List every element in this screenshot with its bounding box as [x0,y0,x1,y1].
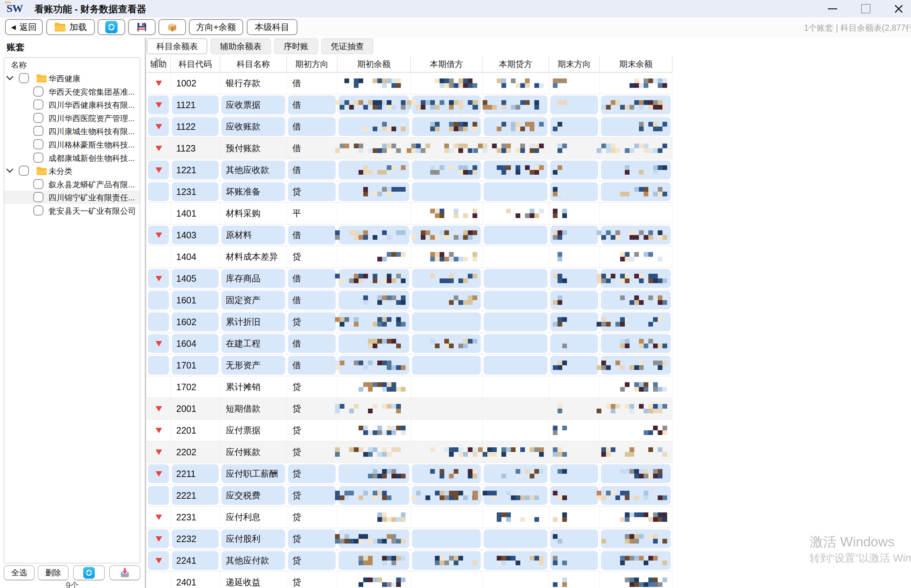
column-header-辅助[interactable]: 辅助 [147,56,171,72]
load-button[interactable]: 加载 [46,19,95,35]
aux-filter-triangle-icon[interactable] [155,406,162,412]
aux-cell[interactable] [147,225,171,246]
aux-filter-triangle-icon[interactable] [155,428,162,433]
table-row-2401[interactable]: 2401递延收益贷 [147,572,673,588]
panel-refresh-button[interactable] [73,565,105,580]
tree-item[interactable]: 四川锦宁矿业有限责任... [4,191,140,204]
item-checkbox[interactable] [33,179,44,189]
aux-cell[interactable] [147,160,171,181]
tree-item[interactable]: 华西天使宾馆集团基准... [4,85,140,99]
table-row-1002[interactable]: 1002银行存款借 [147,73,673,94]
table-row-2001[interactable]: 2001短期借款贷 [147,398,673,420]
aux-filter-triangle-icon[interactable] [155,146,162,151]
aux-cell[interactable] [147,420,171,441]
column-header-期末方向[interactable]: 期末方向 [549,56,600,72]
table-row-1231[interactable]: 1231坏账准备贷 [147,181,673,203]
expand-chevron-icon[interactable] [7,168,12,172]
item-checkbox[interactable] [33,192,44,202]
item-checkbox[interactable] [33,113,44,123]
aux-filter-triangle-icon[interactable] [155,471,162,477]
table-row-2201[interactable]: 2201应付票据贷 [147,420,673,441]
tree-group-华西健康[interactable]: 华西健康 [4,72,140,85]
aux-cell[interactable] [147,528,171,549]
item-checkbox[interactable] [33,86,44,97]
table-row-1221[interactable]: 1221其他应收款借 [147,160,673,181]
aux-cell[interactable] [147,398,171,419]
aux-cell[interactable] [147,203,171,224]
aux-cell[interactable] [147,463,171,484]
table-row-1405[interactable]: 1405库存商品借 [147,268,673,290]
current-level-subject-button[interactable]: 本级科目 [247,19,298,35]
aux-filter-triangle-icon[interactable] [155,276,162,281]
expand-chevron-icon[interactable] [7,76,12,79]
aux-filter-triangle-icon[interactable] [155,536,162,542]
close-button[interactable] [889,0,908,17]
aux-cell[interactable] [147,311,171,332]
item-checkbox[interactable] [33,99,44,110]
aux-cell[interactable] [147,572,171,588]
aux-filter-triangle-icon[interactable] [155,81,162,86]
aux-cell[interactable] [147,268,171,289]
item-checkbox[interactable] [33,139,44,149]
aux-cell[interactable] [147,485,171,506]
minimize-button[interactable] [824,0,841,17]
table-row-1401[interactable]: 1401材料采购平 [147,203,673,225]
group-checkbox[interactable] [19,166,29,176]
table-row-1122[interactable]: 1122应收账款借 [147,116,673,138]
aux-filter-triangle-icon[interactable] [155,515,162,520]
tree-item[interactable]: 叙永县龙蟒矿产品有限... [4,178,140,191]
aux-filter-triangle-icon[interactable] [155,124,162,129]
tab-辅助余额表[interactable]: 辅助余额表 [210,38,271,54]
table-row-1403[interactable]: 1403原材料借 [147,225,673,246]
table-row-2232[interactable]: 2232应付股利贷 [147,528,673,550]
aux-cell[interactable] [147,507,171,528]
column-header-期初方向[interactable]: 期初方向 [287,56,338,72]
aux-cell[interactable] [147,441,171,462]
item-checkbox[interactable] [33,153,44,163]
item-checkbox[interactable] [33,205,44,215]
package-button[interactable] [159,19,186,35]
tab-序时账[interactable]: 序时账 [274,38,318,54]
column-header-本期借方[interactable]: 本期借方 [411,56,483,72]
direction-balance-button[interactable]: 方向+余额 [189,19,243,35]
column-header-科目名称[interactable]: 科目名称 [220,56,287,72]
aux-filter-triangle-icon[interactable] [155,558,162,564]
table-row-2241[interactable]: 2241其他应付款贷 [147,550,673,572]
item-checkbox[interactable] [33,126,44,136]
tree-item[interactable]: 四川格林豪斯生物科技... [4,138,140,151]
aux-filter-triangle-icon[interactable] [155,341,162,346]
table-row-1404[interactable]: 1404材料成本差异贷 [147,246,673,268]
aux-cell[interactable] [147,333,171,354]
tab-科目余额表[interactable]: 科目余额表 [147,38,207,54]
maximize-button[interactable] [858,0,874,17]
refresh-button[interactable] [98,19,125,35]
table-row-2211[interactable]: 2211应付职工薪酬贷 [147,463,673,485]
tree-item[interactable]: 四川华西医院资产管理... [4,111,140,125]
save-button[interactable] [128,19,155,35]
aux-cell[interactable] [147,116,171,137]
column-header-期末余额[interactable]: 期末余额 [600,56,673,72]
panel-splitter[interactable] [145,37,146,588]
table-row-2202[interactable]: 2202应付账款贷 [147,441,673,463]
select-all-button[interactable]: 全选 [3,565,35,580]
aux-cell[interactable] [147,290,171,311]
aux-cell[interactable] [147,550,171,571]
aux-filter-triangle-icon[interactable] [155,449,162,455]
table-row-2221[interactable]: 2221应交税费贷 [147,485,673,507]
table-row-1702[interactable]: 1702累计摊销贷 [147,376,673,398]
column-header-本期贷方[interactable]: 本期贷方 [483,56,549,72]
table-row-1123[interactable]: 1123预付账款借 [147,138,673,160]
tree-item[interactable]: 瓮安县天一矿业有限公司 [4,204,140,217]
table-row-2231[interactable]: 2231应付利息贷 [147,507,673,528]
tree-item[interactable]: 四川康城生物科技有限... [4,124,140,138]
aux-cell[interactable] [147,246,171,267]
delete-button[interactable]: 删除 [38,565,69,580]
tab-凭证抽查[interactable]: 凭证抽查 [321,38,373,54]
aux-cell[interactable] [147,376,171,397]
aux-filter-triangle-icon[interactable] [155,233,162,238]
table-row-1121[interactable]: 1121应收票据借 [147,94,673,116]
table-row-1701[interactable]: 1701无形资产借 [147,355,673,376]
tree-group-未分类[interactable]: 未分类 [4,164,140,178]
back-button[interactable]: ◀ 返回 [5,19,43,35]
table-row-1601[interactable]: 1601固定资产借 [147,290,673,311]
